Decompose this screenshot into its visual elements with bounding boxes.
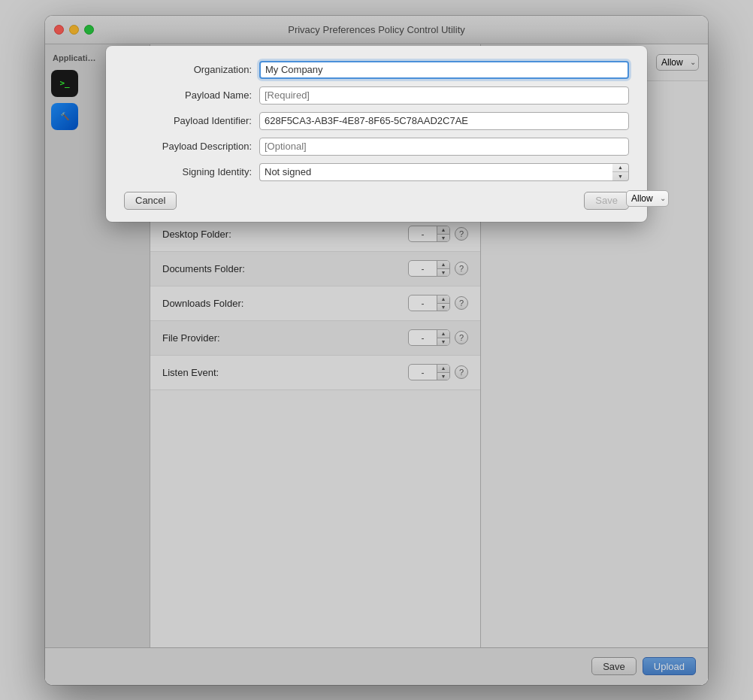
modal-allow-dropdown: Allow Deny xyxy=(626,190,669,207)
signing-down-arrow[interactable]: ▼ xyxy=(612,172,628,180)
organization-input[interactable] xyxy=(259,61,629,79)
signing-up-arrow[interactable]: ▲ xyxy=(612,164,628,173)
modal-allow-select[interactable]: Allow Deny xyxy=(626,190,669,207)
form-row-payload-description: Payload Description: xyxy=(124,138,629,156)
form-row-payload-identifier: Payload Identifier: xyxy=(124,112,629,130)
signing-arrows: ▲ ▼ xyxy=(612,163,629,181)
payload-name-label: Payload Name: xyxy=(124,89,259,101)
payload-description-input[interactable] xyxy=(259,138,629,156)
signing-identity-control: Not signed ▲ ▼ xyxy=(259,163,629,181)
payload-name-input[interactable] xyxy=(259,86,629,105)
payload-description-label: Payload Description: xyxy=(124,141,259,152)
modal-footer: Cancel Allow Deny Save xyxy=(124,192,629,210)
modal-cancel-button[interactable]: Cancel xyxy=(124,192,177,210)
modal-dialog: Organization: Payload Name: Payload Iden… xyxy=(106,46,647,222)
form-row-payload-name: Payload Name: xyxy=(124,86,629,105)
form-row-organization: Organization: xyxy=(124,61,629,79)
modal-save-button[interactable]: Save xyxy=(584,192,629,210)
organization-label: Organization: xyxy=(124,64,259,75)
form-row-signing-identity: Signing Identity: Not signed ▲ ▼ xyxy=(124,163,629,181)
main-window: Privacy Preferences Policy Control Utili… xyxy=(45,16,708,685)
signing-identity-label: Signing Identity: xyxy=(124,166,259,177)
modal-overlay: Organization: Payload Name: Payload Iden… xyxy=(45,16,708,685)
signing-select-wrap: Not signed xyxy=(259,163,612,181)
payload-identifier-label: Payload Identifier: xyxy=(124,115,259,126)
signing-identity-select[interactable]: Not signed xyxy=(259,163,612,181)
payload-identifier-input[interactable] xyxy=(259,112,629,130)
